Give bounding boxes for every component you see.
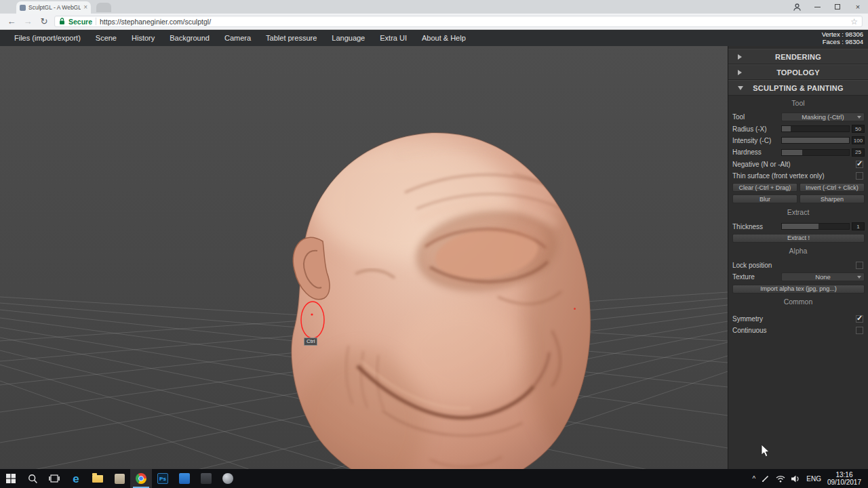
faces-count: Faces : 98304 <box>822 38 863 45</box>
intensity-slider[interactable] <box>781 137 850 144</box>
start-button[interactable] <box>0 469 22 488</box>
menu-extra-ui[interactable]: Extra UI <box>372 30 414 46</box>
taskbar-edge-button[interactable]: e <box>65 469 87 488</box>
bookmark-star-icon[interactable]: ☆ <box>850 17 858 26</box>
new-tab-button[interactable] <box>96 3 111 12</box>
chevron-down-icon <box>857 116 861 119</box>
lock-position-checkbox[interactable] <box>856 262 863 269</box>
taskbar-search-button[interactable] <box>22 469 43 488</box>
blur-button[interactable]: Blur <box>732 195 797 203</box>
clear-mask-button[interactable]: Clear (-Ctrl + Drag) <box>732 183 797 192</box>
continuous-checkbox[interactable] <box>856 327 863 334</box>
tool-select[interactable]: Masking (-Ctrl) <box>781 113 865 121</box>
symmetry-marker-dot <box>574 308 576 310</box>
app-icon <box>115 474 125 484</box>
menu-files[interactable]: Files (import/export) <box>7 30 88 46</box>
browser-tab[interactable]: SculptGL - A WebGL scul × <box>16 1 91 14</box>
menu-scene[interactable]: Scene <box>88 30 124 46</box>
panel-section-topology[interactable]: TOPOLOGY <box>728 64 868 80</box>
mouse-cursor <box>761 444 770 458</box>
volume-icon[interactable] <box>791 475 800 483</box>
photoshop-icon: Ps <box>157 473 168 484</box>
ctrl-key-hint: Ctrl <box>304 338 317 346</box>
menu-history[interactable]: History <box>124 30 162 46</box>
task-view-button[interactable] <box>43 469 65 488</box>
check-icon: ✓ <box>856 314 863 323</box>
language-indicator[interactable]: ENG <box>806 475 821 483</box>
taskbar-app-button-1[interactable] <box>108 469 130 488</box>
minimize-icon <box>814 7 821 7</box>
browser-toolbar: ← → ↻ Secure https://stephaneginier.com/… <box>0 14 868 30</box>
tray-chevron-up-icon[interactable]: ^ <box>753 475 756 483</box>
profile-icon[interactable] <box>787 0 807 14</box>
negative-label: Negative (N or -Alt) <box>732 161 856 168</box>
windows-logo-icon <box>6 474 16 483</box>
menu-about-help[interactable]: About & Help <box>414 30 473 46</box>
thickness-slider[interactable] <box>781 223 850 230</box>
chevron-down-icon <box>857 276 861 279</box>
back-icon[interactable]: ← <box>5 16 18 26</box>
negative-checkbox[interactable]: ✓ <box>856 161 863 168</box>
forward-icon[interactable]: → <box>22 16 34 26</box>
symmetry-checkbox[interactable]: ✓ <box>856 315 863 323</box>
wifi-icon[interactable] <box>776 475 785 483</box>
blue-app-icon <box>179 473 190 484</box>
sharpen-button[interactable]: Sharpen <box>800 195 865 203</box>
check-icon: ✓ <box>856 159 863 168</box>
radius-slider[interactable] <box>781 125 850 132</box>
tab-close-icon[interactable]: × <box>83 4 87 11</box>
symmetry-label: Symmetry <box>732 315 856 323</box>
tool-select-value: Masking (-Ctrl) <box>802 113 844 121</box>
taskbar-app-button-3[interactable] <box>195 469 217 488</box>
menu-camera[interactable]: Camera <box>217 30 258 46</box>
section-title-topology: TOPOLOGY <box>776 68 820 77</box>
lock-icon <box>59 18 65 25</box>
hardness-slider[interactable] <box>781 149 850 156</box>
tab-favicon <box>20 5 26 11</box>
taskbar-clock[interactable]: 13:16 09/10/2017 <box>827 471 861 486</box>
taskbar-photoshop-button[interactable]: Ps <box>152 469 174 488</box>
taskbar-explorer-button[interactable] <box>87 469 108 488</box>
extract-button[interactable]: Extract ! <box>732 234 865 243</box>
folder-icon <box>92 475 103 483</box>
radius-value[interactable]: 50 <box>852 125 865 133</box>
taskbar-app-button-2[interactable] <box>174 469 195 488</box>
dark-app-icon <box>201 473 212 484</box>
pen-icon[interactable] <box>762 474 770 483</box>
lock-position-label: Lock position <box>732 262 856 269</box>
tab-title: SculptGL - A WebGL scul <box>28 4 81 11</box>
maximize-button[interactable] <box>827 0 848 14</box>
menu-background[interactable]: Background <box>162 30 217 46</box>
close-button[interactable]: × <box>848 0 868 14</box>
texture-label: Texture <box>732 273 781 281</box>
panel-section-rendering[interactable]: RENDERING <box>728 49 868 64</box>
thin-surface-label: Thin surface (front vertex only) <box>732 172 856 180</box>
taskbar-chrome-button[interactable] <box>130 469 152 488</box>
sculpt-viewport[interactable]: Ctrl <box>0 46 728 469</box>
radius-label: Radius (-X) <box>732 125 781 133</box>
refresh-icon[interactable]: ↻ <box>38 16 50 26</box>
tool-label: Tool <box>732 113 781 121</box>
url-text[interactable]: https://stephaneginier.com/sculptgl/ <box>100 18 847 26</box>
minimize-button[interactable] <box>807 0 827 14</box>
browser-titlebar: SculptGL - A WebGL scul × × <box>0 0 868 14</box>
thickness-value[interactable]: 1 <box>852 222 865 230</box>
menu-tablet-pressure[interactable]: Tablet pressure <box>258 30 324 46</box>
maximize-icon <box>835 4 840 9</box>
clock-date: 09/10/2017 <box>827 479 861 486</box>
system-tray: ^ ENG 13:16 09/10/2017 <box>753 471 868 486</box>
common-subheader: Common <box>728 295 868 309</box>
clock-time: 13:16 <box>827 471 861 479</box>
intensity-value[interactable]: 100 <box>852 136 865 144</box>
invert-mask-button[interactable]: Invert (-Ctrl + Click) <box>800 183 865 192</box>
intensity-label: Intensity (-C) <box>732 137 781 144</box>
import-alpha-button[interactable]: Import alpha tex (jpg, png...) <box>732 285 865 293</box>
hardness-value[interactable]: 25 <box>852 148 865 157</box>
menu-language[interactable]: Language <box>324 30 372 46</box>
thin-surface-checkbox[interactable] <box>856 172 863 180</box>
address-bar[interactable]: Secure https://stephaneginier.com/sculpt… <box>54 16 863 27</box>
window-controls: × <box>787 0 868 14</box>
taskbar-app-button-4[interactable] <box>217 469 239 488</box>
texture-select[interactable]: None <box>781 272 865 281</box>
panel-section-sculpting[interactable]: SCULPTING & PAINTING <box>728 80 868 96</box>
